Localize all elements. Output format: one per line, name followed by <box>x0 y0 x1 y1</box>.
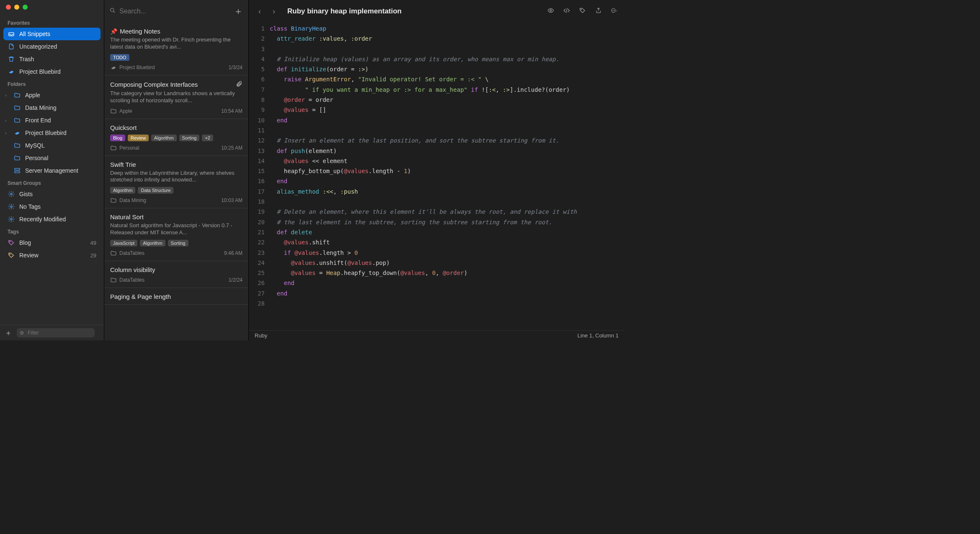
snippet-time: 1/3/24 <box>229 65 242 70</box>
snippet-tag[interactable]: Algorithm <box>140 240 165 246</box>
snippet-tag[interactable]: +2 <box>202 135 213 141</box>
sidebar-item-label: Apple <box>25 92 40 99</box>
preview-icon[interactable] <box>547 7 554 16</box>
chevron-right-icon[interactable]: › <box>5 93 9 98</box>
sidebar-footer: ＋ ⊜ <box>0 325 104 340</box>
snippet-tag[interactable]: Sorting <box>168 240 188 246</box>
sidebar-item-uncategorized[interactable]: Uncategorized <box>3 40 101 53</box>
snippet-card[interactable]: Natural SortNatural Sort algorithm for J… <box>104 208 248 261</box>
more-icon[interactable] <box>611 7 618 16</box>
sidebar: Favorites All Snippets Uncategorized Tra… <box>0 0 104 340</box>
snippet-title: Quicksort <box>110 124 242 131</box>
code-icon[interactable] <box>563 7 570 16</box>
svg-point-3 <box>10 193 12 195</box>
svg-rect-2 <box>15 171 20 173</box>
svg-point-14 <box>614 10 615 10</box>
sidebar-section-smart-groups: Smart Groups <box>3 177 101 188</box>
snippet-tag[interactable]: Blog <box>110 135 125 141</box>
snippet-preview: The meeting opened with Dr. Finch presen… <box>110 36 242 51</box>
back-button[interactable]: ‹ <box>255 7 264 16</box>
snippet-card[interactable]: Paging & Page length <box>104 288 248 305</box>
trash-icon <box>8 55 15 63</box>
folder-icon <box>13 142 21 149</box>
folder-icon <box>13 91 21 99</box>
snippet-folder: Data Mining <box>110 197 146 204</box>
snippet-folder: DataTables <box>110 250 144 257</box>
snippet-folder: DataTables <box>110 277 144 283</box>
svg-point-9 <box>550 10 552 11</box>
snippet-tag[interactable]: Review <box>128 135 149 141</box>
sidebar-item-label: MySQL <box>25 142 45 149</box>
svg-point-10 <box>581 9 581 9</box>
sidebar-item-data-mining[interactable]: Data Mining <box>3 101 101 114</box>
sidebar-item-front-end[interactable]: › Front End <box>3 114 101 127</box>
snippet-tag[interactable]: Data Structure <box>138 187 173 194</box>
tag-count: 49 <box>90 240 96 246</box>
sidebar-item-label: Project Bluebird <box>19 68 61 75</box>
snippet-time: 9:46 AM <box>224 250 242 256</box>
snippet-card[interactable]: 📌Meeting NotesThe meeting opened with Dr… <box>104 23 248 75</box>
sidebar-item-server-management[interactable]: Server Management <box>3 164 101 177</box>
maximize-window-icon[interactable] <box>23 5 28 10</box>
sidebar-item-gists[interactable]: Gists <box>3 188 101 200</box>
window-controls[interactable] <box>6 5 28 10</box>
sidebar-section-tags: Tags <box>3 226 101 236</box>
language-label[interactable]: Ruby <box>255 332 267 339</box>
close-window-icon[interactable] <box>6 5 11 10</box>
share-icon[interactable] <box>595 7 602 16</box>
sidebar-item-trash[interactable]: Trash <box>3 53 101 65</box>
sidebar-item-label: Project Bluebird <box>25 130 67 136</box>
sidebar-item-label: All Snippets <box>19 31 50 37</box>
sidebar-item-no-tags[interactable]: No Tags <box>3 200 101 213</box>
snippet-card[interactable]: Swift TrieDeep within the Labyrinthine L… <box>104 156 248 209</box>
snippet-time: 10:03 AM <box>221 197 242 203</box>
snippet-folder: Apple <box>110 108 132 114</box>
snippet-folder: Project Bluebird <box>110 64 155 71</box>
snippet-card[interactable]: Column visibility DataTables1/2/24 <box>104 261 248 288</box>
sidebar-item-tag-review[interactable]: Review 29 <box>3 249 101 262</box>
new-snippet-button[interactable]: ＋ <box>233 5 243 18</box>
snippet-tag[interactable]: Sorting <box>179 135 200 141</box>
snippet-title: Swift Trie <box>110 161 242 168</box>
sidebar-item-label: Review <box>19 252 39 259</box>
forward-button[interactable]: › <box>270 7 278 16</box>
sidebar-item-all-snippets[interactable]: All Snippets <box>3 28 101 40</box>
snippet-folder: Personal <box>110 145 139 151</box>
snippet-tag[interactable]: TODO <box>110 54 129 61</box>
sidebar-item-tag-blog[interactable]: Blog 49 <box>3 236 101 249</box>
snippet-tag[interactable]: JavaScript <box>110 240 137 246</box>
svg-point-12 <box>612 10 613 10</box>
snippet-tag[interactable]: Algorithm <box>110 187 135 194</box>
snippet-card[interactable]: QuicksortBlogReviewAlgorithmSorting+2 Pe… <box>104 119 248 156</box>
sidebar-item-label: Server Management <box>25 167 78 174</box>
sidebar-section-favorites: Favorites <box>3 17 101 28</box>
chevron-right-icon[interactable]: › <box>5 131 9 135</box>
tag-icon <box>8 251 15 259</box>
add-button[interactable]: ＋ <box>3 328 13 338</box>
editor-title: Ruby binary heap implementation <box>287 7 542 16</box>
folder-icon <box>13 154 21 162</box>
svg-point-6 <box>10 241 10 242</box>
snippet-time: 10:54 AM <box>221 108 242 114</box>
snippet-time: 10:25 AM <box>221 145 242 151</box>
sidebar-item-apple[interactable]: › Apple <box>3 89 101 101</box>
code-editor[interactable]: 1234567891011121314151617181920212223242… <box>249 23 624 330</box>
search-input[interactable] <box>119 8 229 15</box>
svg-point-4 <box>10 206 12 207</box>
tag-icon[interactable] <box>579 7 586 16</box>
chevron-right-icon[interactable]: › <box>5 118 9 123</box>
bluebird-icon <box>8 68 15 75</box>
sidebar-item-label: Front End <box>25 117 51 124</box>
sidebar-item-project-bluebird-fav[interactable]: Project Bluebird <box>3 65 101 78</box>
sidebar-item-personal[interactable]: Personal <box>3 152 101 164</box>
snippet-title: Natural Sort <box>110 213 242 220</box>
snippet-card[interactable]: Composing Complex InterfacesThe category… <box>104 75 248 119</box>
sidebar-item-recently-modified[interactable]: Recently Modified <box>3 213 101 226</box>
sidebar-item-project-bluebird-folder[interactable]: › Project Bluebird <box>3 127 101 139</box>
sidebar-item-mysql[interactable]: MySQL <box>3 139 101 152</box>
filter-input[interactable] <box>17 328 95 337</box>
minimize-window-icon[interactable] <box>14 5 19 10</box>
tag-icon <box>8 239 15 246</box>
snippet-tag[interactable]: Algorithm <box>151 135 176 141</box>
snippet-title: Meeting Notes <box>120 28 242 35</box>
